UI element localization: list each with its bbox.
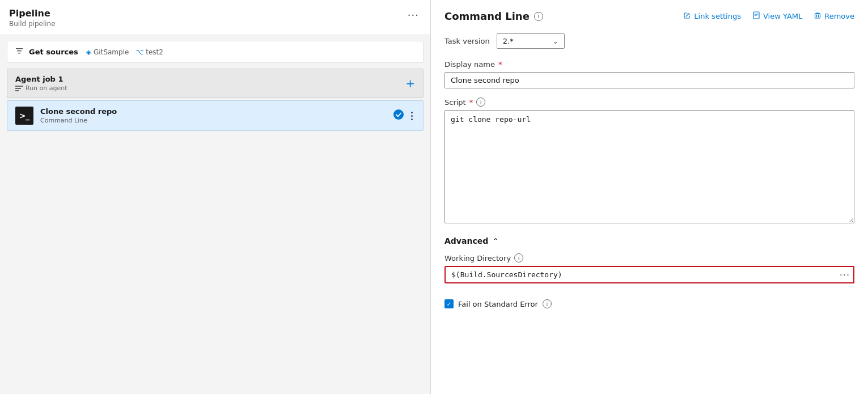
view-yaml-button[interactable]: View YAML xyxy=(752,11,802,21)
pipeline-title-area: Pipeline Build pipeline xyxy=(9,8,56,28)
view-yaml-label: View YAML xyxy=(763,12,802,20)
svg-rect-5 xyxy=(15,90,19,91)
git-sample-label: GitSample xyxy=(94,48,129,56)
script-info-icon[interactable]: i xyxy=(476,98,485,107)
svg-rect-2 xyxy=(18,53,20,54)
right-panel: Command Line i Link settings xyxy=(431,0,868,394)
get-sources-row[interactable]: Get sources ◈ GitSample ⌥ test2 xyxy=(7,41,424,63)
right-header: Command Line i Link settings xyxy=(444,10,854,22)
svg-rect-1 xyxy=(17,50,22,52)
source-tag-branch: ⌥ test2 xyxy=(136,48,163,56)
display-name-input[interactable] xyxy=(444,72,854,88)
fail-on-stderr-info-icon[interactable]: i xyxy=(543,299,552,308)
task-version-row: Task version 2.* ⌄ xyxy=(444,33,854,49)
working-directory-group: Working Directory i ··· xyxy=(444,253,854,283)
task-kebab-button[interactable] xyxy=(409,109,415,122)
fail-on-stderr-checkbox[interactable]: ✓ xyxy=(444,299,454,308)
branch-label: test2 xyxy=(146,48,163,56)
get-sources-label: Get sources xyxy=(29,48,78,56)
display-name-label: Display name * xyxy=(444,60,854,69)
advanced-header[interactable]: Advanced ⌃ xyxy=(444,236,854,245)
task-type: Command Line xyxy=(40,117,117,124)
fail-on-stderr-label: Fail on Standard Error xyxy=(458,300,538,308)
pipeline-more-button[interactable]: ··· xyxy=(405,8,421,22)
script-label: Script * i xyxy=(444,98,854,107)
remove-label: Remove xyxy=(824,12,854,20)
task-check-icon xyxy=(393,109,404,122)
task-name: Clone second repo xyxy=(40,107,117,116)
link-settings-button[interactable]: Link settings xyxy=(683,11,741,21)
fail-on-stderr-row: ✓ Fail on Standard Error i xyxy=(444,299,854,308)
task-version-select[interactable]: 2.* ⌄ xyxy=(497,33,565,49)
svg-point-6 xyxy=(393,109,404,120)
branch-icon: ⌥ xyxy=(136,48,143,56)
pipeline-header: Pipeline Build pipeline ··· xyxy=(0,0,430,35)
link-icon xyxy=(683,11,691,21)
source-tag-git: ◈ GitSample xyxy=(86,48,129,56)
display-name-group: Display name * xyxy=(444,60,854,88)
command-line-icon: >_ xyxy=(19,111,30,120)
right-actions: Link settings View YAML xyxy=(683,11,854,21)
task-row[interactable]: >_ Clone second repo Command Line xyxy=(7,100,424,131)
task-row-left: >_ Clone second repo Command Line xyxy=(15,107,117,125)
task-icon-box: >_ xyxy=(15,107,33,125)
working-dir-more-button[interactable]: ··· xyxy=(837,268,852,281)
svg-rect-8 xyxy=(815,14,820,18)
filter-icon xyxy=(15,47,23,57)
source-tags: ◈ GitSample ⌥ test2 xyxy=(86,48,163,56)
task-row-right xyxy=(393,109,415,122)
chevron-up-icon: ⌃ xyxy=(493,237,498,245)
advanced-label: Advanced xyxy=(444,236,488,245)
script-group: Script * i git clone repo-url xyxy=(444,98,854,225)
svg-rect-0 xyxy=(16,48,23,49)
remove-button[interactable]: Remove xyxy=(814,11,854,21)
add-task-button[interactable]: + xyxy=(405,78,415,89)
required-star: * xyxy=(498,60,502,69)
left-panel: Pipeline Build pipeline ··· Get sources … xyxy=(0,0,431,394)
git-icon: ◈ xyxy=(86,48,91,56)
chevron-down-icon: ⌄ xyxy=(553,37,558,45)
pipeline-title: Pipeline xyxy=(9,8,56,19)
working-directory-input[interactable] xyxy=(444,266,854,283)
version-value: 2.* xyxy=(503,37,514,45)
script-required-star: * xyxy=(469,98,473,107)
working-dir-info-icon[interactable]: i xyxy=(514,253,523,262)
svg-rect-4 xyxy=(15,88,21,89)
remove-icon xyxy=(814,11,822,21)
task-info: Clone second repo Command Line xyxy=(40,107,117,124)
agent-job-sub: Run on agent xyxy=(15,84,67,92)
yaml-icon xyxy=(752,11,760,21)
link-settings-label: Link settings xyxy=(694,12,741,20)
working-dir-input-wrap: ··· xyxy=(444,266,854,283)
agent-job-title: Agent job 1 xyxy=(15,75,67,83)
working-directory-label: Working Directory i xyxy=(444,253,854,262)
panel-title: Command Line xyxy=(444,10,530,22)
task-version-label: Task version xyxy=(444,37,490,45)
pipeline-subtitle: Build pipeline xyxy=(9,20,56,28)
script-textarea[interactable]: git clone repo-url xyxy=(444,110,854,223)
checkbox-check-icon: ✓ xyxy=(447,301,451,307)
svg-rect-3 xyxy=(15,86,23,87)
run-on-agent-label: Run on agent xyxy=(26,84,67,92)
agent-job-left: Agent job 1 Run on agent xyxy=(15,75,67,92)
title-info-icon[interactable]: i xyxy=(534,12,543,21)
right-title-area: Command Line i xyxy=(444,10,543,22)
agent-job-row[interactable]: Agent job 1 Run on agent + xyxy=(7,69,424,98)
